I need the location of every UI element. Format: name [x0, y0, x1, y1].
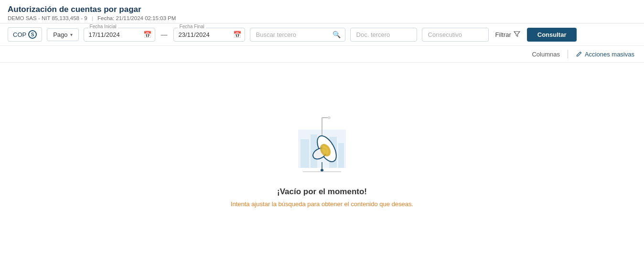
- edit-icon: [576, 51, 582, 57]
- consultar-button[interactable]: Consultar: [527, 28, 577, 42]
- divider: |: [92, 15, 93, 21]
- search-icon: 🔍: [333, 31, 341, 38]
- svg-rect-4: [338, 143, 344, 168]
- type-label: Pago: [53, 31, 67, 38]
- fecha-final-field: Fecha Final 📅: [173, 28, 245, 42]
- svg-point-7: [328, 116, 331, 119]
- fecha-inicial-field: Fecha Inicial 📅: [84, 28, 155, 42]
- consecutivo-input[interactable]: [422, 28, 489, 42]
- fecha-inicial-label: Fecha Inicial: [88, 24, 118, 29]
- currency-icon: S: [28, 30, 37, 39]
- fecha-final-label: Fecha Final: [178, 24, 206, 29]
- svg-rect-1: [301, 139, 309, 168]
- filtrar-button[interactable]: Filtrar: [494, 28, 522, 41]
- toolbar: COP S Pago ▾ Fecha Inicial 📅 — Fecha Fin…: [0, 23, 644, 46]
- date-range-separator: —: [161, 31, 168, 38]
- columns-button[interactable]: Columnas: [532, 51, 560, 58]
- filtrar-label: Filtrar: [495, 31, 511, 38]
- currency-button[interactable]: COP S: [8, 27, 42, 42]
- page-header: Autorización de cuentas por pagar DEMO S…: [0, 0, 644, 23]
- fecha-final-input[interactable]: [173, 28, 245, 42]
- acciones-masivas-label: Acciones masivas: [585, 51, 634, 58]
- columns-label: Columnas: [532, 51, 560, 58]
- currency-label: COP: [13, 31, 26, 38]
- buscar-tercero-input[interactable]: [250, 28, 345, 42]
- empty-illustration: [274, 91, 370, 177]
- header-date: Fecha: 21/11/2024 02:15:03 PM: [97, 15, 176, 21]
- chevron-down-icon: ▾: [70, 32, 73, 37]
- header-subtitle: DEMO SAS - NIT 85,133,458 - 9 | Fecha: 2…: [8, 15, 636, 21]
- fecha-inicial-input[interactable]: [84, 28, 155, 42]
- buscar-tercero-field: 🔍: [250, 28, 345, 42]
- page-title: Autorización de cuentas por pagar: [8, 5, 636, 14]
- filter-icon: [514, 31, 520, 39]
- doc-tercero-input[interactable]: [350, 28, 417, 42]
- actions-divider: [568, 50, 568, 58]
- type-dropdown[interactable]: Pago ▾: [47, 28, 78, 41]
- acciones-masivas-button[interactable]: Acciones masivas: [576, 51, 634, 58]
- company-name: DEMO SAS - NIT 85,133,458 - 9: [8, 15, 87, 21]
- empty-subtitle: Intenta ajustar la búsqueda para obtener…: [231, 200, 413, 208]
- empty-title: ¡Vacío por el momento!: [277, 187, 367, 197]
- actions-bar: Columnas Acciones masivas: [0, 46, 644, 63]
- empty-state: ¡Vacío por el momento! Intenta ajustar l…: [0, 63, 644, 227]
- svg-point-13: [321, 169, 323, 172]
